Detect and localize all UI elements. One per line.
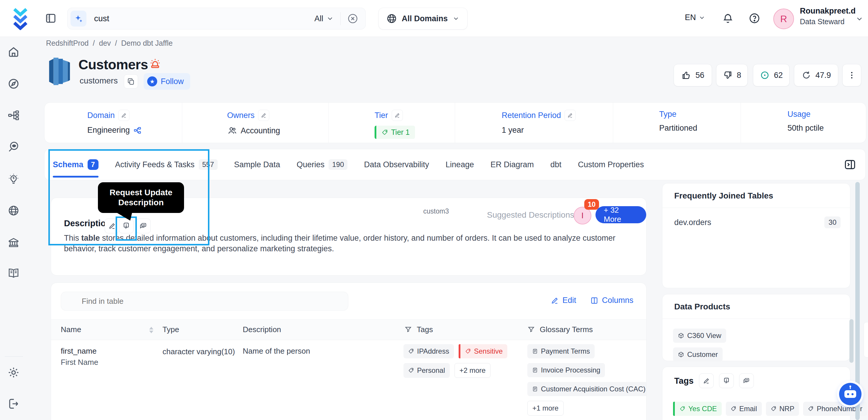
breadcrumb-item-schema[interactable]: Demo dbt Jaffle [121,39,173,48]
tags-title: Tags [674,376,694,386]
find-in-table-input[interactable] [61,292,348,310]
data-product-pill[interactable]: C360 View [673,329,726,343]
ai-chatbot-button[interactable] [839,383,862,405]
header-glossary-terms[interactable]: Glossary Terms [540,325,593,334]
more-glossary-pill[interactable]: +1 more [527,401,564,416]
tag-pill-sensitive[interactable]: Sensitive [459,344,507,358]
sidebar-item-logout[interactable] [7,398,20,410]
more-tags-pill[interactable]: +2 more [455,363,491,378]
tag-pill[interactable]: Email [726,402,762,416]
comments-button[interactable] [136,218,151,233]
global-search-bar[interactable]: cust All [67,8,366,30]
downvotes-button[interactable]: 8 [716,64,748,86]
help-icon[interactable] [749,12,761,24]
metadata-usage: Usage 50th pctile [741,102,866,143]
edit-description-button[interactable] [105,218,119,233]
column-description[interactable]: Name of the person [243,347,310,356]
retention-value: 1 year [502,126,524,135]
suggestion-count-badge: 10 [584,199,599,210]
tag-pill[interactable]: Personal [403,363,450,378]
refresh-score-button[interactable]: 47.9 [794,64,838,86]
user-avatar[interactable]: R [773,8,794,29]
sort-icon[interactable] [149,327,153,333]
sidebar-item-web[interactable] [7,204,20,217]
metadata-retention: Retention Period 1 year [455,102,613,143]
owners-value[interactable]: Accounting [241,126,280,136]
clear-search-icon[interactable] [347,13,358,24]
edit-retention-button[interactable] [564,110,576,121]
sidebar-toggle-icon[interactable] [45,12,57,24]
sidebar-item-insights[interactable] [7,173,20,185]
sidebar-item-observability[interactable] [7,141,20,153]
columns-button[interactable]: Columns [590,296,633,305]
filter-tags-icon[interactable] [404,326,412,333]
breadcrumb-item-connection[interactable]: RedshiftProd [46,39,89,48]
glossary-term-pill[interactable]: Invoice Processing [527,363,605,377]
upvotes-count: 56 [695,71,704,80]
tab-dbt[interactable]: dbt [550,149,562,180]
tab-data-observability[interactable]: Data Observability [364,149,429,180]
collapse-panel-icon[interactable] [842,157,858,172]
filter-glossary-icon[interactable] [527,326,535,333]
panel-scrollbar[interactable] [849,319,854,363]
tab-schema[interactable]: Schema7 [53,149,98,180]
tag-comments-button[interactable] [739,373,754,388]
popularity-button[interactable]: 62 [753,64,789,86]
column-name[interactable]: first_name [61,347,96,356]
sidebar-item-settings[interactable] [7,366,20,379]
tag-pill[interactable]: NRP [766,402,799,416]
header-type[interactable]: Type [162,325,179,334]
hierarchy-icon [133,126,142,134]
sidebar-item-discover[interactable] [7,78,20,90]
glossary-term-pill[interactable]: Payment Terms [527,344,595,358]
upvotes-button[interactable]: 56 [674,64,712,86]
more-suggestions-button[interactable]: + 32 More [595,206,646,223]
tab-custom-properties[interactable]: Custom Properties [578,149,644,180]
tab-activity-feeds[interactable]: Activity Feeds & Tasks557 [115,149,218,180]
column-display-name: First Name [61,358,98,367]
ai-sparkle-icon[interactable] [70,11,86,27]
search-scope-dropdown[interactable]: All [314,14,334,23]
edit-domain-button[interactable] [118,110,129,121]
tab-sample-data[interactable]: Sample Data [234,149,280,180]
copy-name-button[interactable] [124,74,138,88]
metadata-summary-bar: Domain Engineering Owners Accounting Tie… [44,102,866,143]
edit-tier-button[interactable] [392,110,403,121]
tag-pill[interactable]: IPAddress [403,344,454,358]
user-role: Data Steward [800,18,856,26]
notifications-bell-icon[interactable] [722,12,734,24]
edit-owners-button[interactable] [258,110,269,121]
user-menu[interactable]: Rounakpreet.d Data Steward [800,6,856,26]
header-tags[interactable]: Tags [417,325,433,334]
tag-pill-cde[interactable]: Yes CDE [673,402,722,416]
sidebar-item-governance[interactable] [7,236,20,249]
atlan-logo-icon[interactable] [12,7,29,30]
joined-table-name[interactable]: dev.orders [674,218,711,227]
user-menu-chevron-icon[interactable] [855,15,864,23]
all-domains-dropdown[interactable]: All Domains [378,8,467,30]
schema-table-card: Edit Columns Name Type Description Tags … [51,282,647,420]
sidebar-item-glossary[interactable] [7,267,20,280]
tier-badge[interactable]: Tier 1 [375,126,415,139]
tab-er-diagram[interactable]: ER Diagram [491,149,534,180]
header-description[interactable]: Description [243,325,281,334]
search-input-value[interactable]: cust [94,14,109,23]
header-name[interactable]: Name [61,325,81,334]
language-selector[interactable]: EN [685,13,706,22]
kebab-menu-button[interactable] [842,64,861,86]
request-tags-button[interactable] [719,373,734,388]
data-product-pill[interactable]: Customer [673,348,722,362]
joined-table-row[interactable]: dev.orders 30 [674,216,841,228]
thumbs-down-icon [722,70,733,80]
sidebar-item-products[interactable] [7,109,20,121]
edit-tags-button[interactable] [699,373,714,388]
glossary-term-pill[interactable]: Customer Acquisition Cost (CAC) [527,382,647,396]
tab-lineage[interactable]: Lineage [446,149,474,180]
sidebar-item-home[interactable] [7,46,20,58]
request-update-description-button[interactable] [119,218,134,233]
breadcrumb-item-database[interactable]: dev [99,39,111,48]
follow-button[interactable]: ★ Follow [144,73,190,90]
edit-table-button[interactable]: Edit [551,296,576,305]
domain-value[interactable]: Engineering [87,126,130,135]
tab-queries[interactable]: Queries190 [297,149,348,180]
